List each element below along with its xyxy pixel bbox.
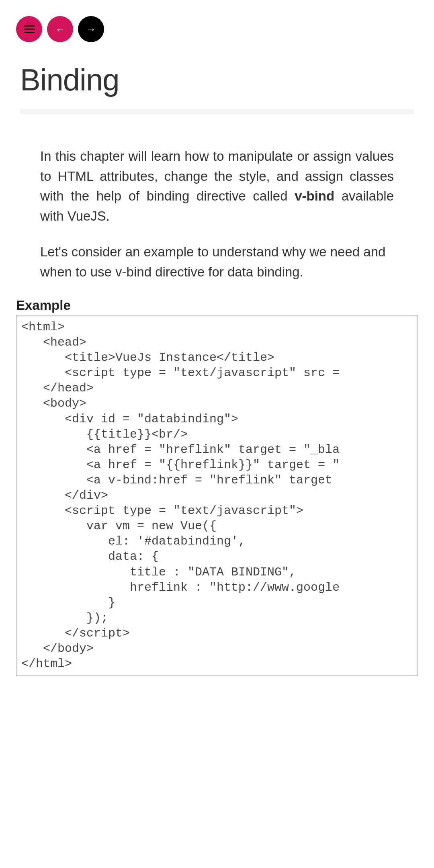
hamburger-icon xyxy=(24,25,35,33)
arrow-right-icon: → xyxy=(86,24,96,35)
menu-button[interactable] xyxy=(16,16,42,42)
intro-paragraph-1: In this chapter will learn how to manipu… xyxy=(40,146,394,226)
content-area: In this chapter will learn how to manipu… xyxy=(0,146,434,282)
prev-button[interactable]: ← xyxy=(47,16,73,42)
example-label: Example xyxy=(0,298,434,313)
p1-bold: v-bind xyxy=(295,188,334,203)
arrow-left-icon: ← xyxy=(55,24,65,35)
code-block: <html> <head> <title>VueJs Instance</tit… xyxy=(16,315,418,676)
page-title: Binding xyxy=(0,50,434,109)
nav-buttons: ← → xyxy=(0,0,434,50)
bottom-spacer xyxy=(0,676,434,752)
intro-paragraph-2: Let's consider an example to understand … xyxy=(40,242,394,282)
next-button[interactable]: → xyxy=(78,16,104,42)
title-divider xyxy=(20,109,414,114)
